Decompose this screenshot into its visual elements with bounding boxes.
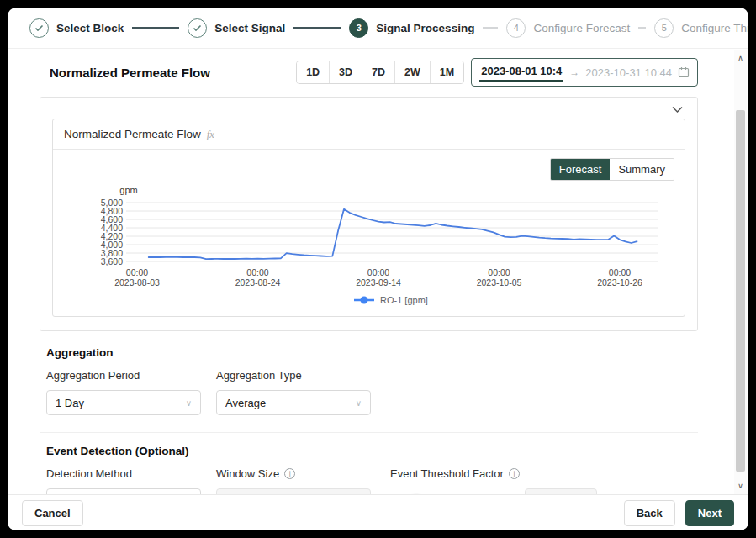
stepper-step-select-block[interactable]: Select Block xyxy=(29,18,124,38)
range-button-1d[interactable]: 1D xyxy=(297,61,330,83)
section-divider xyxy=(40,432,698,433)
x-tick-time: 00:00 xyxy=(126,267,148,277)
page-title: Normalized Permeate Flow xyxy=(50,66,210,80)
window-size-label-text: Window Size xyxy=(216,467,279,480)
calendar-icon[interactable] xyxy=(678,66,690,78)
x-tick-time: 00:00 xyxy=(367,267,389,277)
step-label: Configure Thresholds xyxy=(681,22,748,34)
aggregation-period-select[interactable]: 1 Day ∨ xyxy=(46,390,201,415)
chart-title: Normalized Permeate Flow xyxy=(64,128,201,140)
panel-header xyxy=(52,103,685,119)
scroll-up-arrow[interactable]: ∧ xyxy=(734,51,747,65)
date-start-input[interactable]: 2023-08-01 10:4 xyxy=(479,64,563,82)
check-icon xyxy=(29,18,49,38)
flow-chart-svg: 5,0004,8004,6004,4004,2004,0003,8003,600… xyxy=(58,183,685,311)
info-icon[interactable]: i xyxy=(284,468,295,479)
info-icon[interactable]: i xyxy=(509,468,520,479)
scroll-down-arrow[interactable]: ∨ xyxy=(734,479,747,493)
stepper-step-configure-forecast[interactable]: 4Configure Forecast xyxy=(506,18,630,38)
aggregation-type-label: Aggregation Type xyxy=(216,369,371,382)
x-tick-date: 2023-10-05 xyxy=(477,277,522,287)
x-tick-time: 00:00 xyxy=(246,267,268,277)
signal-preview-panel: Normalized Permeate Flowfx ForecastSumma… xyxy=(40,97,698,331)
vertical-scrollbar: ∧ ∨ xyxy=(734,50,747,494)
wizard-stepper: Select BlockSelect Signal3Signal Process… xyxy=(8,8,748,49)
tab-forecast[interactable]: Forecast xyxy=(551,159,611,180)
legend-label: RO-1 [gpm] xyxy=(380,295,428,305)
series-line-ro1 xyxy=(149,209,637,259)
stepper-connector xyxy=(132,27,179,29)
step-label: Select Block xyxy=(56,22,124,34)
stepper-connector xyxy=(293,27,341,29)
event-threshold-label: Event Threshold Factor i xyxy=(390,467,597,480)
time-range-button-group: 1D3D7D2W1M xyxy=(296,61,464,84)
step-label: Select Signal xyxy=(214,22,285,34)
date-end-input[interactable]: 2023-10-31 10:44 xyxy=(585,66,672,79)
stepper-connector xyxy=(483,27,498,29)
aggregation-type-value: Average xyxy=(225,397,266,409)
chart-body: ForecastSummary 5,0004,8004,6004,4004,20… xyxy=(53,150,685,316)
stepper-connector xyxy=(638,27,646,29)
range-button-2w[interactable]: 2W xyxy=(395,61,431,83)
range-button-7d[interactable]: 7D xyxy=(362,61,395,83)
y-axis-unit-label: gpm xyxy=(119,185,137,195)
content-area: Normalized Permeate Flow 1D3D7D2W1M 2023… xyxy=(8,50,748,494)
legend-dot-icon xyxy=(361,297,368,304)
collapse-panel-button[interactable] xyxy=(671,106,684,113)
date-range-picker[interactable]: 2023-08-01 10:4 → 2023-10-31 10:44 xyxy=(471,58,698,87)
chevron-down-icon: ∨ xyxy=(186,398,192,408)
x-tick-time: 00:00 xyxy=(609,267,631,277)
step-number: 4 xyxy=(506,18,526,38)
event-threshold-label-text: Event Threshold Factor xyxy=(390,467,504,480)
x-tick-date: 2023-08-24 xyxy=(235,277,281,287)
step-label: Signal Processing xyxy=(376,22,474,34)
next-button[interactable]: Next xyxy=(685,500,734,526)
aggregation-section: Aggregation Aggregation Period 1 Day ∨ A… xyxy=(40,346,698,415)
range-controls: 1D3D7D2W1M 2023-08-01 10:4 → 2023-10-31 … xyxy=(296,58,698,87)
y-tick-label: 3,600 xyxy=(101,256,123,266)
range-button-3d[interactable]: 3D xyxy=(330,61,362,83)
x-tick-date: 2023-08-03 xyxy=(114,277,160,287)
range-button-1m[interactable]: 1M xyxy=(431,61,463,83)
chevron-down-icon: ∨ xyxy=(356,398,362,408)
back-button[interactable]: Back xyxy=(624,500,675,526)
forecast-summary-toggle: ForecastSummary xyxy=(550,158,674,181)
chart-card: Normalized Permeate Flowfx ForecastSumma… xyxy=(52,119,685,317)
chevron-down-icon xyxy=(671,106,684,113)
step-number: 3 xyxy=(349,18,368,38)
x-tick-date: 2023-10-26 xyxy=(597,277,642,287)
step-number: 5 xyxy=(654,18,674,38)
window-size-label: Window Size i xyxy=(216,467,390,480)
chart-toolbar: Normalized Permeate Flow 1D3D7D2W1M 2023… xyxy=(40,58,698,87)
chart-card-header: Normalized Permeate Flowfx xyxy=(53,119,685,150)
event-detection-heading: Event Detection (Optional) xyxy=(46,445,698,457)
wizard-dialog: Select BlockSelect Signal3Signal Process… xyxy=(8,8,748,530)
stepper-step-select-signal[interactable]: Select Signal xyxy=(188,18,285,38)
scrollbar-thumb[interactable] xyxy=(736,110,745,472)
x-tick-date: 2023-09-14 xyxy=(356,277,401,287)
x-tick-time: 00:00 xyxy=(488,267,510,277)
aggregation-period-label: Aggregation Period xyxy=(46,369,216,382)
aggregation-type-select[interactable]: Average ∨ xyxy=(216,390,371,415)
stepper-step-signal-processing[interactable]: 3Signal Processing xyxy=(349,18,474,38)
formula-fx-icon: fx xyxy=(207,129,214,140)
stepper-step-configure-thresholds[interactable]: 5Configure Thresholds xyxy=(654,18,748,38)
wizard-footer: Cancel Back Next xyxy=(8,494,748,530)
aggregation-period-value: 1 Day xyxy=(56,397,84,409)
check-icon xyxy=(188,18,207,38)
cancel-button[interactable]: Cancel xyxy=(22,500,83,526)
detection-method-label: Detection Method xyxy=(46,467,216,480)
step-label: Configure Forecast xyxy=(533,22,630,34)
tab-summary[interactable]: Summary xyxy=(610,159,674,180)
aggregation-heading: Aggregation xyxy=(46,346,698,359)
date-range-arrow-icon: → xyxy=(569,66,579,78)
